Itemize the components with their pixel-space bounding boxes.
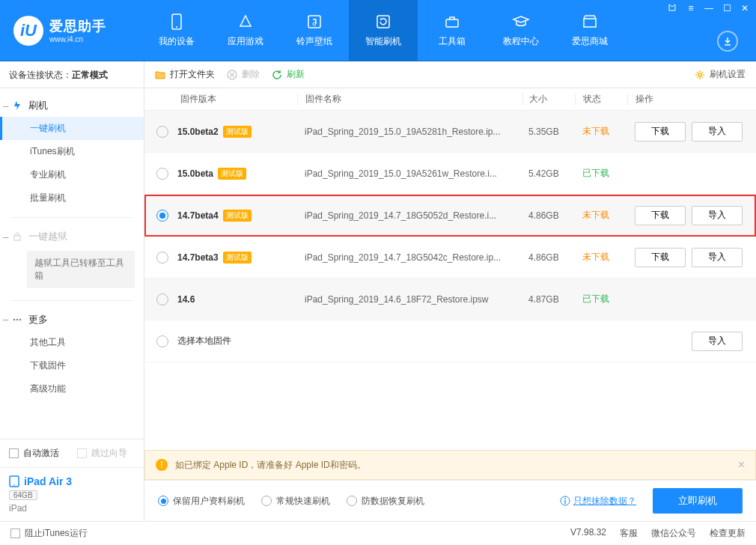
download-button[interactable]: 下载	[635, 206, 686, 225]
firmware-name: iPad_Spring_2019_14.7_18G5042c_Restore.i…	[297, 252, 522, 263]
nav-toolbox[interactable]: 工具箱	[418, 0, 487, 61]
import-button[interactable]: 导入	[692, 206, 743, 225]
jailbreak-note: 越狱工具已转移至工具箱	[27, 251, 135, 288]
auto-activate-checkbox[interactable]	[9, 448, 19, 458]
gear-icon	[695, 70, 705, 80]
sidebar-group-flash[interactable]: – 刷机	[0, 94, 144, 117]
refresh-button[interactable]: 刷新	[272, 68, 305, 81]
warning-icon: !	[156, 459, 168, 471]
firmware-size: 5.35GB	[522, 127, 575, 137]
block-itunes-checkbox[interactable]	[10, 529, 20, 538]
table-row[interactable]: 15.0beta测试版 iPad_Spring_2019_15.0_19A526…	[144, 153, 756, 195]
close-notice-button[interactable]: ×	[738, 458, 745, 472]
version-label: 14.7beta3	[177, 252, 219, 263]
local-firmware-row[interactable]: 选择本地固件 导入	[144, 320, 756, 362]
music-icon	[305, 13, 323, 31]
firmware-size: 4.86GB	[522, 210, 575, 221]
opt-anti-recover[interactable]: 防数据恢复刷机	[347, 495, 424, 508]
sidebar-options: 自动激活 跳过向导	[0, 439, 144, 468]
footer: 阻止iTunes运行 V7.98.32 客服 微信公众号 检查更新	[0, 521, 756, 545]
sidebar-item-othertools[interactable]: 其他工具	[0, 331, 144, 354]
open-folder-button[interactable]: 打开文件夹	[155, 68, 215, 81]
delete-button[interactable]: 删除	[227, 68, 260, 81]
flash-settings-button[interactable]: 刷机设置	[695, 68, 746, 81]
table-row[interactable]: 15.0beta2测试版 iPad_Spring_2019_15.0_19A52…	[144, 111, 756, 153]
download-button[interactable]: 下载	[635, 248, 686, 267]
device-info: iPad Air 3 64GB iPad	[0, 468, 144, 521]
import-button[interactable]: 导入	[692, 248, 743, 267]
svg-rect-5	[446, 19, 458, 27]
sidebar-group-jailbreak: – 一键越狱	[0, 225, 144, 248]
beta-tag: 测试版	[223, 252, 252, 264]
opt-keep-data[interactable]: 保留用户资料刷机	[158, 495, 245, 508]
version-label: 14.6	[177, 294, 195, 305]
minimize-icon[interactable]: —	[704, 3, 714, 13]
wardrobe-icon[interactable]	[668, 3, 678, 13]
status-label: 未下载	[575, 251, 627, 264]
firmware-size: 4.86GB	[522, 252, 575, 263]
version-label: V7.98.32	[570, 527, 606, 540]
firmware-name: iPad_Spring_2019_14.6_18F72_Restore.ipsw	[297, 294, 522, 305]
storage-badge: 64GB	[9, 490, 37, 500]
store-icon	[581, 13, 599, 31]
download-indicator[interactable]	[717, 31, 738, 52]
nav-ringtone[interactable]: 铃声壁纸	[280, 0, 349, 61]
table-row[interactable]: 14.6 iPad_Spring_2019_14.6_18F72_Restore…	[144, 278, 756, 320]
menu-icon[interactable]: ≡	[686, 3, 696, 13]
status-label: 已下载	[575, 167, 627, 180]
opt-normal[interactable]: 常规快速刷机	[261, 495, 330, 508]
sidebar-item-oneclick[interactable]: 一键刷机	[0, 117, 144, 140]
firmware-table: 15.0beta2测试版 iPad_Spring_2019_15.0_19A52…	[144, 111, 756, 320]
nav-apps[interactable]: 应用游戏	[211, 0, 280, 61]
row-radio[interactable]	[156, 210, 168, 222]
close-icon[interactable]: ✕	[740, 3, 750, 13]
radio-local[interactable]	[156, 335, 168, 347]
flash-now-button[interactable]: 立即刷机	[653, 488, 743, 514]
toolbox-icon	[443, 13, 461, 31]
connection-status: 设备连接状态：正常模式	[0, 61, 144, 88]
sidebar-item-advanced[interactable]: 高级功能	[0, 377, 144, 401]
skip-guide-checkbox[interactable]	[77, 448, 87, 458]
wechat-link[interactable]: 微信公众号	[651, 527, 696, 540]
maximize-icon[interactable]: ☐	[722, 3, 732, 13]
logo-icon: iU	[13, 16, 43, 46]
nav-flash[interactable]: 智能刷机	[349, 0, 418, 61]
row-radio[interactable]	[156, 252, 168, 264]
svg-rect-4	[377, 16, 389, 28]
svg-point-8	[16, 318, 19, 320]
service-link[interactable]: 客服	[620, 527, 638, 540]
nav-store[interactable]: 爱思商城	[555, 0, 624, 61]
sidebar-group-more[interactable]: – 更多	[0, 308, 144, 331]
table-row[interactable]: 14.7beta4测试版 iPad_Spring_2019_14.7_18G50…	[144, 195, 756, 237]
firmware-name: iPad_Spring_2019_15.0_19A5261w_Restore.i…	[297, 168, 522, 179]
lock-icon	[12, 231, 22, 242]
download-button[interactable]: 下载	[635, 122, 686, 141]
beta-tag: 测试版	[223, 126, 252, 138]
beta-tag: 测试版	[218, 168, 246, 180]
th-ops: 操作	[627, 93, 756, 106]
info-icon	[560, 496, 570, 506]
sidebar-item-batch[interactable]: 批量刷机	[0, 186, 144, 210]
phone-icon	[168, 13, 186, 31]
import-button[interactable]: 导入	[692, 122, 743, 141]
table-header: 固件版本 固件名称 大小 状态 操作	[144, 88, 756, 111]
svg-point-7	[13, 318, 16, 320]
more-icon	[12, 314, 22, 325]
firmware-name: iPad_Spring_2019_15.0_19A5281h_Restore.i…	[297, 127, 522, 137]
svg-rect-2	[308, 16, 320, 28]
table-row[interactable]: 14.7beta3测试版 iPad_Spring_2019_14.7_18G50…	[144, 237, 756, 278]
row-radio[interactable]	[156, 293, 168, 305]
update-link[interactable]: 检查更新	[710, 527, 746, 540]
row-radio[interactable]	[156, 168, 168, 180]
sidebar-item-itunes[interactable]: iTunes刷机	[0, 140, 144, 163]
th-status: 状态	[575, 93, 627, 106]
nav-tutorial[interactable]: 教程中心	[487, 0, 555, 61]
sidebar-item-pro[interactable]: 专业刷机	[0, 163, 144, 186]
import-button[interactable]: 导入	[692, 332, 743, 351]
firmware-name: iPad_Spring_2019_14.7_18G5052d_Restore.i…	[297, 210, 522, 221]
nav-my-device[interactable]: 我的设备	[142, 0, 211, 61]
erase-link[interactable]: 只想抹除数据？	[560, 495, 636, 508]
sidebar-item-downloadfw[interactable]: 下载固件	[0, 354, 144, 377]
row-radio[interactable]	[156, 126, 168, 138]
status-label: 未下载	[575, 209, 627, 222]
